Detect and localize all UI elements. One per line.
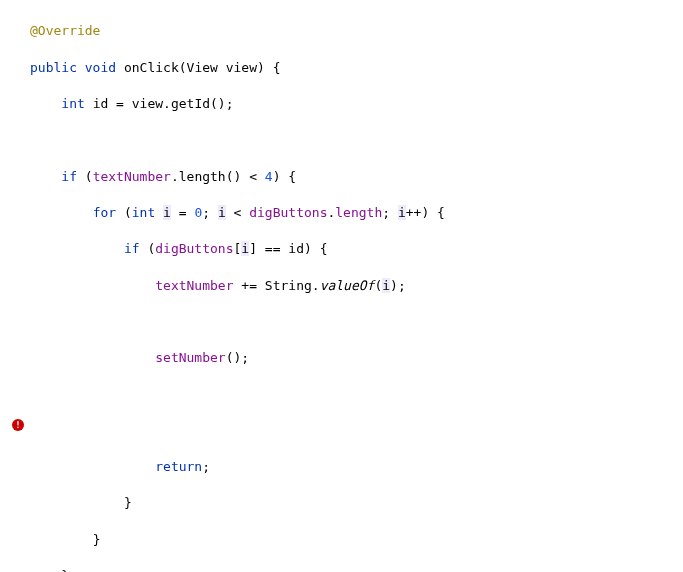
gutter: ! (0, 0, 28, 572)
field-length: length (335, 205, 382, 220)
var-i4: i (241, 241, 249, 256)
kw-return: return (155, 459, 202, 474)
var-view: view (132, 96, 163, 111)
kw-int: int (61, 96, 84, 111)
var-i3: i (398, 205, 406, 220)
type-string: String (265, 278, 312, 293)
field-digbuttons: digButtons (249, 205, 327, 220)
param-view: view (226, 60, 257, 75)
call-length: length (179, 169, 226, 184)
error-icon[interactable]: ! (12, 419, 24, 431)
field-digbuttons2: digButtons (155, 241, 233, 256)
call-setnumber: setNumber (155, 350, 225, 365)
var-i: i (163, 205, 171, 220)
kw-public: public (30, 60, 77, 75)
type-view: View (187, 60, 218, 75)
var-id: id (93, 96, 109, 111)
annotation-override: @Override (30, 23, 100, 38)
call-valueof: valueOf (320, 278, 375, 293)
var-id2: id (288, 241, 304, 256)
call-getid: getId (171, 96, 210, 111)
field-textnumber2: textNumber (155, 278, 233, 293)
kw-if: if (61, 169, 77, 184)
method-onclick: onClick (124, 60, 179, 75)
code-editor[interactable]: @Override public void onClick(View view)… (0, 0, 683, 572)
kw-for: for (93, 205, 116, 220)
kw-void: void (85, 60, 116, 75)
var-i5: i (382, 278, 390, 293)
var-i2: i (218, 205, 226, 220)
error-icon-glyph: ! (15, 421, 20, 430)
field-textnumber: textNumber (93, 169, 171, 184)
kw-if2: if (124, 241, 140, 256)
kw-int2: int (132, 205, 155, 220)
num-4: 4 (265, 169, 273, 184)
